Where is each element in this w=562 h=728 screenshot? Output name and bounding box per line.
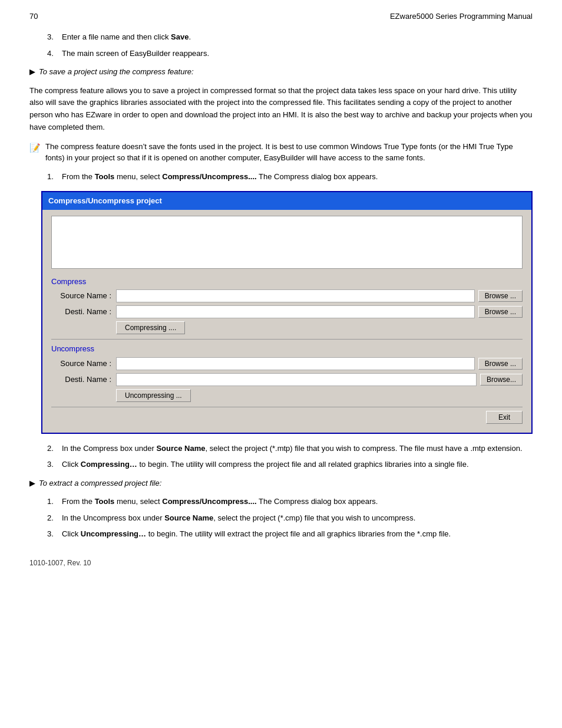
compress-source-label: Source Name : — [51, 290, 116, 302]
list-item: 2. In the Uncompress box under Source Na… — [47, 512, 533, 524]
compressing-button[interactable]: Compressing .... — [116, 321, 185, 334]
note-text: The compress feature doesn’t save the fo… — [45, 141, 533, 164]
step-number: 2. — [47, 443, 62, 454]
compress-desti-input[interactable] — [116, 305, 475, 318]
arrow-icon: ▶ — [29, 66, 35, 78]
dialog-preview-area — [51, 216, 523, 269]
uncompress-source-input[interactable] — [116, 357, 475, 370]
step-number: 4. — [47, 48, 62, 60]
list-item: 3. Click Uncompressing… to begin. The ut… — [47, 528, 533, 540]
list-item: 1. From the Tools menu, select Compress/… — [47, 496, 533, 508]
uncompress-source-label: Source Name : — [51, 358, 116, 370]
compress-steps2-list: 2. In the Compress box under Source Name… — [47, 443, 533, 470]
dialog-title: Compress/Uncompress project — [48, 196, 162, 205]
step-text: Click Uncompressing… to begin. The utili… — [62, 528, 533, 540]
compress-section-label: Compress — [51, 276, 523, 288]
step-text: Enter a file name and then click Save. — [62, 31, 533, 43]
compress-action-row: Compressing .... — [51, 321, 523, 334]
compress-dialog: Compress/Uncompress project Compress Sou… — [41, 191, 533, 434]
page-number: 70 — [29, 12, 38, 21]
exit-button[interactable]: Exit — [486, 411, 523, 424]
section-heading-extract: ▶ To extract a compressed project file: — [29, 477, 533, 489]
steps-top-list: 3. Enter a file name and then click Save… — [47, 31, 533, 59]
dialog-body: Compress Source Name : Browse ... Desti.… — [42, 210, 531, 433]
arrow-icon: ▶ — [29, 477, 35, 489]
section-heading-text: To extract a compressed project file: — [39, 477, 161, 489]
extract-steps-list: 1. From the Tools menu, select Compress/… — [47, 496, 533, 540]
note-box: 📝 The compress feature doesn’t save the … — [29, 141, 533, 164]
compress-source-browse-button[interactable]: Browse ... — [478, 290, 523, 302]
step-number: 3. — [47, 459, 62, 470]
main-content: 3. Enter a file name and then click Save… — [29, 31, 533, 568]
step-text: In the Compress box under Source Name, s… — [62, 443, 533, 454]
uncompress-source-browse-button[interactable]: Browse ... — [478, 358, 523, 370]
step-number: 3. — [47, 528, 62, 540]
step-number: 3. — [47, 31, 62, 43]
compress-steps-list: 1. From the Tools menu, select Compress/… — [47, 171, 533, 183]
list-item: 2. In the Compress box under Source Name… — [47, 443, 533, 454]
page-header: 70 EZware5000 Series Programming Manual — [29, 12, 533, 21]
step-number: 2. — [47, 512, 62, 524]
uncompress-source-row: Source Name : Browse ... — [51, 357, 523, 370]
uncompress-section-label: Uncompress — [51, 343, 523, 355]
uncompress-desti-input[interactable] — [116, 373, 477, 386]
compress-desti-row: Desti. Name : Browse ... — [51, 305, 523, 318]
compress-source-row: Source Name : Browse ... — [51, 289, 523, 302]
uncompress-action-row: Uncompressing ... — [51, 389, 523, 402]
section-divider — [51, 339, 523, 340]
uncompress-desti-row: Desti. Name : Browse... — [51, 373, 523, 386]
exit-row: Exit — [51, 407, 523, 424]
list-item: 3. Click Compressing… to begin. The util… — [47, 459, 533, 470]
step-number: 1. — [47, 496, 62, 508]
step-text: Click Compressing… to begin. The utility… — [62, 459, 533, 470]
step-number: 1. — [47, 171, 62, 183]
list-item: 4. The main screen of EasyBuilder reappe… — [47, 48, 533, 60]
compress-desti-label: Desti. Name : — [51, 306, 116, 318]
step-text: From the Tools menu, select Compress/Unc… — [62, 171, 533, 183]
section-heading-text: To save a project using the compress fea… — [39, 66, 194, 78]
step-text: In the Uncompress box under Source Name,… — [62, 512, 533, 524]
manual-title: EZware5000 Series Programming Manual — [390, 12, 533, 21]
section-heading-compress: ▶ To save a project using the compress f… — [29, 66, 533, 78]
list-item: 3. Enter a file name and then click Save… — [47, 31, 533, 43]
compress-desti-browse-button[interactable]: Browse ... — [478, 306, 523, 318]
note-icon: 📝 — [29, 141, 41, 155]
footer-reference: 1010-1007, Rev. 10 — [29, 558, 533, 568]
dialog-titlebar: Compress/Uncompress project — [42, 192, 531, 210]
uncompress-desti-label: Desti. Name : — [51, 374, 116, 386]
list-item: 1. From the Tools menu, select Compress/… — [47, 171, 533, 183]
compress-source-input[interactable] — [116, 289, 475, 302]
uncompress-desti-browse-button[interactable]: Browse... — [480, 374, 523, 386]
step-text: The main screen of EasyBuilder reappears… — [62, 48, 533, 60]
intro-paragraph: The compress feature allows you to save … — [29, 85, 533, 134]
uncompressing-button[interactable]: Uncompressing ... — [116, 389, 191, 402]
step-text: From the Tools menu, select Compress/Unc… — [62, 496, 533, 508]
